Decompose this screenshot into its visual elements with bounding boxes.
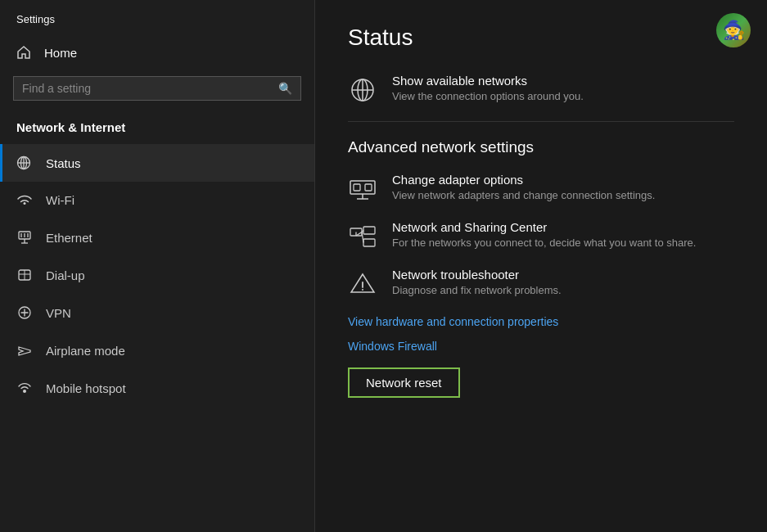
- main-content: 🧙 Status Show available networks View th…: [315, 0, 767, 532]
- adapter-text: Change adapter options View network adap…: [392, 173, 655, 201]
- troubleshooter-item[interactable]: Network troubleshooter Diagnose and fix …: [348, 268, 734, 299]
- vpn-icon: [16, 305, 33, 320]
- svg-line-29: [356, 232, 362, 237]
- svg-rect-19: [354, 184, 360, 191]
- show-networks-text: Show available networks View the connect…: [392, 74, 584, 102]
- svg-rect-20: [365, 184, 372, 191]
- sidebar-item-dialup[interactable]: Dial-up: [0, 256, 314, 294]
- home-label: Home: [44, 46, 77, 60]
- sidebar-item-airplane[interactable]: Airplane mode: [0, 331, 314, 369]
- sharing-center-item[interactable]: Network and Sharing Center For the netwo…: [348, 220, 734, 251]
- ethernet-icon: [16, 230, 33, 245]
- adapter-title: Change adapter options: [392, 173, 655, 187]
- show-networks-title: Show available networks: [392, 74, 584, 88]
- home-icon: [16, 45, 33, 60]
- troubleshooter-subtitle: Diagnose and fix network problems.: [392, 284, 562, 296]
- sidebar-item-vpn[interactable]: VPN: [0, 294, 314, 331]
- wifi-icon: [16, 194, 33, 207]
- svg-point-31: [362, 289, 363, 291]
- sharing-text: Network and Sharing Center For the netwo…: [392, 220, 696, 249]
- section-label: Network & Internet: [0, 114, 314, 144]
- sidebar-item-vpn-label: VPN: [46, 306, 71, 320]
- sidebar-item-wifi[interactable]: Wi-Fi: [0, 182, 314, 219]
- page-title: Status: [348, 25, 734, 51]
- sidebar-item-airplane-label: Airplane mode: [46, 344, 125, 358]
- sidebar-item-hotspot[interactable]: Mobile hotspot: [0, 369, 314, 407]
- troubleshooter-text: Network troubleshooter Diagnose and fix …: [392, 268, 562, 296]
- svg-point-13: [23, 390, 26, 393]
- windows-firewall-link[interactable]: Windows Firewall: [348, 340, 734, 353]
- avatar: 🧙: [716, 13, 751, 47]
- advanced-heading: Advanced network settings: [348, 138, 734, 156]
- svg-rect-24: [363, 227, 375, 234]
- dialup-icon: [16, 268, 33, 282]
- globe-icon: [16, 156, 33, 170]
- sidebar-item-dialup-label: Dial-up: [46, 268, 85, 282]
- sidebar-item-hotspot-label: Mobile hotspot: [46, 381, 126, 395]
- hardware-properties-link[interactable]: View hardware and connection properties: [348, 315, 734, 328]
- adapter-icon: [348, 174, 377, 204]
- avatar-image: 🧙: [716, 13, 751, 47]
- adapter-options-item[interactable]: Change adapter options View network adap…: [348, 173, 734, 204]
- airplane-icon: [16, 343, 33, 358]
- search-icon[interactable]: 🔍: [278, 82, 292, 95]
- sidebar-item-wifi-label: Wi-Fi: [46, 193, 74, 207]
- search-box[interactable]: 🔍: [13, 76, 301, 101]
- globe-action-icon: [348, 75, 377, 105]
- sharing-icon: [348, 222, 377, 251]
- troubleshooter-title: Network troubleshooter: [392, 268, 562, 282]
- sharing-subtitle: For the networks you connect to, decide …: [392, 237, 696, 249]
- network-reset-button[interactable]: Network reset: [348, 367, 460, 398]
- divider-1: [348, 121, 734, 122]
- sidebar-item-ethernet-label: Ethernet: [46, 231, 92, 245]
- sidebar-item-status-label: Status: [46, 156, 81, 170]
- svg-rect-25: [363, 239, 375, 246]
- sidebar-item-ethernet[interactable]: Ethernet: [0, 219, 314, 256]
- troubleshooter-icon: [348, 269, 377, 299]
- adapter-subtitle: View network adapters and change connect…: [392, 189, 655, 201]
- show-networks-subtitle: View the connection options around you.: [392, 90, 584, 102]
- home-nav-item[interactable]: Home: [0, 35, 314, 70]
- sidebar-item-status[interactable]: Status: [0, 144, 314, 182]
- show-networks-item[interactable]: Show available networks View the connect…: [348, 74, 734, 105]
- app-title: Settings: [0, 0, 314, 35]
- search-input[interactable]: [22, 82, 272, 95]
- hotspot-icon: [16, 381, 33, 395]
- sharing-title: Network and Sharing Center: [392, 220, 696, 234]
- sidebar: Settings Home 🔍 Network & Internet Statu…: [0, 0, 315, 532]
